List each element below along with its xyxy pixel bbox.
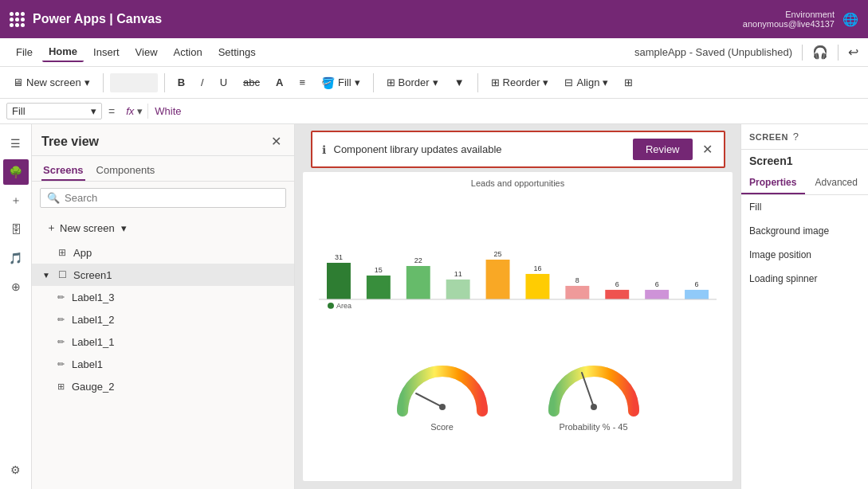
formula-bar: Fill ▾ = fx ▾ White: [0, 99, 868, 124]
bold-button[interactable]: B: [171, 73, 191, 92]
align-button[interactable]: ≡: [293, 73, 312, 92]
right-panel-screen-name: Screen1: [741, 150, 868, 172]
svg-text:15: 15: [375, 266, 383, 274]
tree-item-app[interactable]: ⊞ App: [32, 241, 294, 264]
tab-screens[interactable]: Screens: [41, 161, 85, 181]
search-input[interactable]: [65, 192, 279, 204]
formula-value[interactable]: White: [155, 105, 862, 117]
tree-item-label-screen1: Screen1: [73, 269, 112, 281]
svg-text:25: 25: [494, 250, 502, 258]
right-panel-header: SCREEN ?: [741, 124, 868, 150]
tree-item-gauge2[interactable]: ⊞ Gauge_2: [32, 375, 294, 397]
env-user: anonymous@live43137: [743, 19, 835, 29]
headset-icon[interactable]: 🎧: [812, 45, 828, 60]
tree-item-screen1[interactable]: ▼ ☐ Screen1 ···: [32, 264, 294, 286]
prop-background-image[interactable]: Background image: [749, 225, 860, 237]
svg-text:8: 8: [575, 276, 579, 284]
toolbar-placeholder-1[interactable]: [110, 73, 158, 92]
new-screen-tree-button[interactable]: ＋ New screen ▾: [41, 217, 132, 238]
globe-icon[interactable]: 🌐: [842, 12, 858, 27]
more-toolbar-button[interactable]: ⊞: [618, 73, 639, 92]
svg-point-21: [328, 303, 334, 309]
plus-icon: ＋: [46, 221, 57, 235]
right-panel-tabs: Properties Advanced: [741, 172, 868, 195]
tree-item-label1-2[interactable]: ✏ Label1_2: [32, 308, 294, 331]
right-panel-section-label: SCREEN: [749, 132, 788, 142]
strike-button[interactable]: abc: [237, 73, 266, 92]
notification-close-button[interactable]: ✕: [701, 140, 714, 158]
gauge-probability: Probability % - 45: [542, 355, 646, 432]
main-area: ☰ 🌳 ＋ 🗄 🎵 ⊕ ⚙ Tree view ✕ Screens Compon…: [0, 124, 868, 489]
svg-rect-1: [367, 276, 391, 299]
menu-action[interactable]: Action: [167, 43, 209, 61]
gauge-score-svg: [391, 355, 494, 419]
align-right-button[interactable]: ⊟ Align ▾: [558, 73, 615, 92]
tree-items: ⊞ App ▼ ☐ Screen1 ··· ✏ Label1_3 ✏ Label…: [32, 241, 294, 489]
toolbar-sep-1: [103, 73, 104, 92]
tree-header: Tree view ✕: [32, 124, 294, 156]
chart-title: Leads and opportunities: [303, 172, 732, 188]
gauge-probability-label: Probability % - 45: [559, 422, 627, 432]
border-button[interactable]: ⊞ Border ▾: [380, 73, 445, 92]
tree-item-label1[interactable]: ✏ Label1: [32, 353, 294, 375]
help-icon[interactable]: ?: [793, 131, 799, 143]
top-bar-left: Power Apps | Canvas: [10, 12, 162, 27]
svg-text:16: 16: [533, 264, 541, 272]
media-icon[interactable]: 🎵: [3, 245, 29, 271]
tree-item-label1-1[interactable]: ✏ Label1_1: [32, 331, 294, 353]
font-button[interactable]: A: [269, 73, 289, 92]
right-panel-properties: Fill Background image Image position Loa…: [741, 195, 868, 291]
prop-loading-spinner[interactable]: Loading spinner: [749, 273, 860, 284]
toolbar-sep-2: [164, 73, 165, 92]
tab-components[interactable]: Components: [95, 161, 157, 181]
canvas-area: ℹ Component library updates available Re…: [295, 124, 740, 489]
menu-settings[interactable]: Settings: [212, 43, 262, 61]
tree-item-label-label1-3: Label1_3: [72, 291, 115, 303]
gauge-prob-svg: [542, 355, 646, 419]
fx-button[interactable]: fx ▾: [121, 104, 148, 119]
reorder-button[interactable]: ⊞ Reorder ▾: [485, 73, 556, 92]
notification-banner: ℹ Component library updates available Re…: [311, 131, 725, 168]
italic-button[interactable]: /: [194, 73, 210, 92]
underline-button[interactable]: U: [214, 73, 234, 92]
equals-sign: =: [108, 105, 115, 118]
insert-icon[interactable]: ＋: [3, 188, 29, 213]
tree-search-box[interactable]: 🔍: [40, 188, 286, 208]
review-button[interactable]: Review: [633, 139, 693, 160]
app-status: sampleApp - Saved (Unpublished): [634, 46, 792, 58]
app-grid-icon[interactable]: [10, 12, 25, 27]
svg-text:6: 6: [695, 280, 699, 288]
tree-close-button[interactable]: ✕: [268, 132, 285, 151]
svg-line-23: [416, 393, 442, 407]
menu-file[interactable]: File: [10, 43, 39, 61]
svg-point-24: [439, 404, 446, 410]
tab-advanced[interactable]: Advanced: [805, 172, 869, 194]
formula-property-dropdown[interactable]: Fill ▾: [6, 103, 102, 119]
new-screen-button[interactable]: 🖥 New screen ▾: [6, 73, 96, 92]
tree-view-icon[interactable]: 🌳: [3, 159, 29, 185]
component-icon[interactable]: ⊕: [3, 274, 29, 299]
prop-image-position[interactable]: Image position: [749, 249, 860, 260]
gauge-row: Score: [303, 347, 732, 440]
tree-tabs: Screens Components: [32, 156, 294, 182]
menu-view[interactable]: View: [129, 43, 164, 61]
chevron-down-button[interactable]: ▼: [448, 73, 471, 92]
icon-bar: ☰ 🌳 ＋ 🗄 🎵 ⊕ ⚙: [0, 124, 32, 489]
svg-line-25: [582, 373, 594, 407]
menu-insert[interactable]: Insert: [87, 43, 126, 61]
prop-fill[interactable]: Fill: [749, 201, 860, 213]
fill-button[interactable]: 🪣 Fill ▾: [315, 73, 367, 92]
settings-icon[interactable]: ⚙: [3, 457, 29, 483]
menu-home[interactable]: Home: [42, 42, 84, 62]
tree-item-label-label1: Label1: [72, 358, 103, 370]
tree-item-label-label1-1: Label1_1: [72, 336, 115, 348]
info-icon: ℹ: [322, 143, 326, 156]
svg-text:31: 31: [335, 253, 343, 261]
undo-icon[interactable]: ↩: [848, 45, 858, 60]
expand-screen1[interactable]: ▼: [41, 271, 51, 280]
tab-properties[interactable]: Properties: [741, 172, 805, 194]
svg-rect-9: [685, 290, 709, 299]
data-icon[interactable]: 🗄: [3, 217, 29, 242]
hamburger-menu-icon[interactable]: ☰: [3, 131, 29, 156]
tree-item-label1-3[interactable]: ✏ Label1_3: [32, 286, 294, 308]
